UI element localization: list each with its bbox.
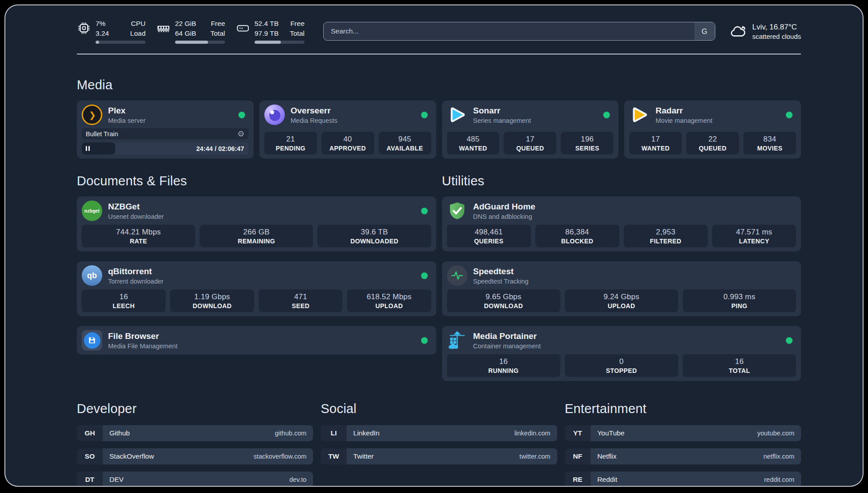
card-title: File Browser [108,331,178,342]
top-bar: 7% 3.24 CPU Load [77,19,801,44]
link-dev-to[interactable]: DT DEV dev.to [77,472,313,487]
link-reddit[interactable]: RE Reddit reddit.com [565,472,801,487]
link-body: Netflix netflix.com [591,448,801,464]
stat-value: 485 [449,135,498,144]
card-subtitle: Torrent downloader [108,277,163,285]
ram-stat: 22 GiB 64 GiB Free Total [156,19,225,44]
overseerr-icon [264,104,285,125]
nzbget-card[interactable]: nzbget NZBGet Usenet downloader 744.21 M… [77,196,436,251]
cpu-icon [77,21,91,35]
link-url: linkedin.com [514,430,551,437]
links-grid: Developer GH Github github.com SO StackO… [77,401,801,487]
link-name: Github [109,429,130,437]
stat-tile: 744.21 Mbps RATE [82,225,195,247]
stats-row: 21 PENDING 40 APPROVED 945 AVAILABLE [264,128,431,155]
search-input[interactable] [324,27,694,35]
ram-free-value: 22 GiB [175,19,196,29]
stat-tile: 0.993 ms PING [683,289,796,312]
link-github[interactable]: GH Github github.com [77,425,313,441]
stats-row: 17 WANTED 22 QUEUED 834 MOVIES [629,128,796,155]
stat-label: APPROVED [323,145,372,152]
speedtest-card-header: Speedtest Speedtest Tracking [447,265,797,286]
player-settings-gear-icon[interactable]: ⚙ [238,130,245,138]
filebrowser-card[interactable]: File Browser Media File Management [77,326,436,355]
stat-value: 21 [266,135,315,144]
ram-values: 22 GiB 64 GiB Free Total [175,19,225,44]
card-title: Speedtest [473,266,529,277]
speedtest-titles: Speedtest Speedtest Tracking [473,266,529,285]
pause-icon[interactable] [86,146,90,151]
stat-tile: 266 GB REMAINING [200,225,313,247]
stat-label: UPLOAD [567,302,676,309]
stat-value: 86,384 [537,228,618,237]
card-subtitle: Media File Management [108,342,178,350]
search-engine-button[interactable]: G [694,22,715,40]
portainer-titles: Media Portainer Container management [473,331,541,350]
sonarr-titles: Sonarr Series management [473,105,531,125]
link-youtube[interactable]: YT YouTube youtube.com [565,425,801,441]
stat-tile: 17 WANTED [629,132,682,155]
stat-value: 39.6 TB [319,228,429,237]
link-body: StackOverflow stackoverflow.com [103,448,313,464]
sonarr-card[interactable]: Sonarr Series management 485 WANTED 17 Q… [442,100,619,159]
developer-section-title: Developer [77,401,313,416]
search-bar[interactable]: G [323,22,715,41]
stat-label: QUERIES [449,238,529,245]
qbittorrent-card[interactable]: qb qBittorrent Torrent downloader 16 LEE… [77,261,436,316]
stat-label: DOWNLOAD [172,302,252,309]
link-body: Twitter twitter.com [346,448,557,464]
cpu-load-value: 3.24 [96,29,109,38]
link-name: DEV [109,476,124,484]
stat-tile: 945 AVAILABLE [379,132,431,155]
overseerr-titles: Overseerr Media Requests [291,105,338,125]
radarr-card[interactable]: Radarr Movie management 17 WANTED 22 QUE… [624,100,801,159]
portainer-card[interactable]: Media Portainer Container management 16 … [442,326,801,381]
link-linkedin[interactable]: LI LinkedIn linkedin.com [321,425,557,441]
plex-card[interactable]: ❯ Plex Media server Bullet Train ⚙ 24:44… [77,100,254,159]
link-netflix[interactable]: NF Netflix netflix.com [565,448,801,464]
dashboard-content: 7% 3.24 CPU Load [77,5,801,487]
cpu-stat: 7% 3.24 CPU Load [77,19,146,44]
link-body: LinkedIn linkedin.com [346,425,557,441]
weather-condition: scattered clouds [752,33,801,41]
stat-tile: 834 MOVIES [743,132,796,155]
overseerr-card[interactable]: Overseerr Media Requests 21 PENDING 40 A… [259,100,436,159]
link-name: YouTube [597,429,625,437]
adguard-card-header: AdGuard Home DNS and adblocking [447,201,797,221]
stat-label: MOVIES [745,145,794,152]
stat-label: LATENCY [714,238,794,245]
adguard-card[interactable]: AdGuard Home DNS and adblocking 498,461 … [442,196,801,251]
header-divider [77,54,801,54]
stat-label: UPLOAD [349,302,429,309]
stat-value: 17 [505,135,555,144]
disk-total-value: 97.9 TB [255,29,279,38]
filebrowser-card-header: File Browser Media File Management [82,330,431,351]
card-title: AdGuard Home [473,201,535,213]
stat-tile: 485 WANTED [447,132,500,155]
weather-location: Lviv, 16.87°C [752,22,801,33]
stats-row: 485 WANTED 17 QUEUED 196 SERIES [447,128,614,155]
stat-label: STOPPED [567,367,676,374]
overseerr-card-header: Overseerr Media Requests [264,104,431,125]
link-twitter[interactable]: TW Twitter twitter.com [321,448,557,464]
card-title: Media Portainer [473,331,541,342]
playback-progress-bar[interactable]: 24:44 / 02:06:47 [82,142,249,155]
link-stackoverflow[interactable]: SO StackOverflow stackoverflow.com [77,448,313,464]
radarr-icon [629,104,650,125]
speedtest-icon [447,265,467,286]
speedtest-card[interactable]: Speedtest Speedtest Tracking 9.65 Gbps D… [442,261,801,316]
plex-card-header: ❯ Plex Media server [82,104,249,125]
stat-tile: 22 QUEUED [686,132,739,155]
card-subtitle: Media server [108,117,146,125]
social-links: LI LinkedIn linkedin.com TW Twitter twit… [321,425,557,464]
stat-label: RATE [83,238,193,245]
disk-progress-track [255,41,305,44]
stat-tile: 498,461 QUERIES [447,225,531,247]
sonarr-card-header: Sonarr Series management [447,104,614,125]
card-subtitle: DNS and adblocking [473,213,535,221]
status-online-dot [603,112,610,118]
stat-tile: 196 SERIES [561,132,613,155]
ram-progress-track [175,41,225,44]
status-online-dot [238,112,245,118]
cpu-progress-track [96,41,146,44]
